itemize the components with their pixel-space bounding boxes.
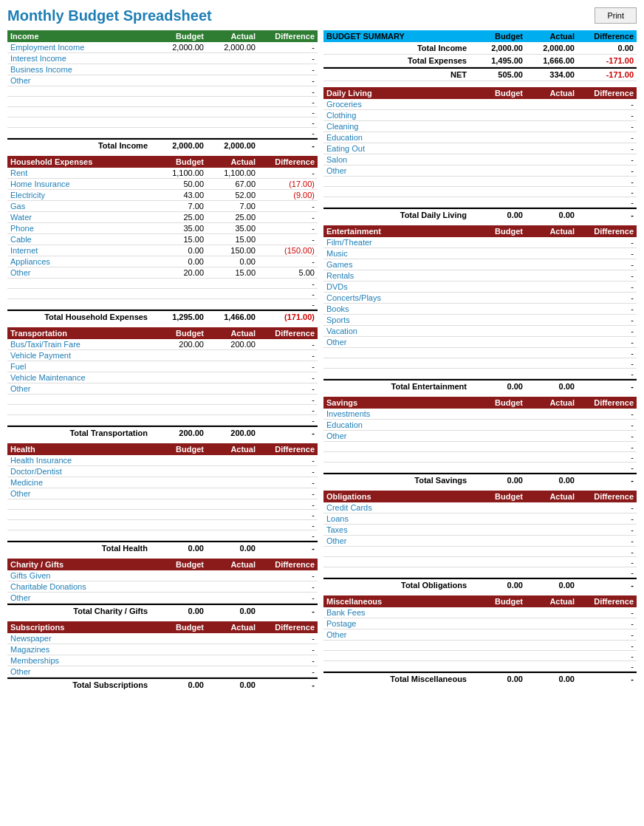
- household-row-internet: Internet 0.00 150.00 (150.00): [7, 245, 318, 256]
- health-empty-2: -: [7, 510, 318, 520]
- misc-total-row: Total Miscellaneous 0.00 0.00 -: [323, 672, 637, 685]
- ent-row-vacation: Vacation -: [323, 326, 637, 337]
- household-total-row: Total Household Expenses 1,295.00 1,466.…: [7, 310, 318, 323]
- left-column: Income Budget Actual Difference Employme…: [7, 30, 318, 695]
- transport-row-fuel: Fuel -: [7, 361, 318, 372]
- charity-row-donations: Charitable Donations -: [7, 581, 318, 593]
- daily-empty-2: -: [323, 187, 637, 197]
- health-section: Health Budget Actual Difference Health I…: [7, 443, 318, 554]
- income-total-row: Total Income 2,000.00 2,000.00 -: [7, 138, 318, 151]
- charity-total-row: Total Charity / Gifts 0.00 0.00 -: [7, 604, 318, 617]
- household-empty-2: -: [7, 289, 318, 299]
- sub-row-other: Other -: [7, 666, 318, 677]
- transport-row-maintenance: Vehicle Maintenance -: [7, 372, 318, 383]
- obligations-row-loans: Loans -: [323, 513, 637, 525]
- ent-row-other: Other -: [323, 337, 637, 348]
- transport-empty-1: -: [7, 395, 318, 405]
- income-empty-4: -: [7, 117, 318, 128]
- transport-empty-2: -: [7, 405, 318, 415]
- income-row-other: Other -: [7, 75, 318, 86]
- household-section: Household Expenses Budget Actual Differe…: [7, 156, 318, 323]
- transportation-section: Transportation Budget Actual Difference …: [7, 327, 318, 439]
- household-empty-1: -: [7, 279, 318, 289]
- ent-empty-3: -: [323, 369, 637, 379]
- income-header-difference: Difference: [256, 32, 315, 41]
- income-empty-3: -: [7, 107, 318, 117]
- household-header-label: Household Expenses: [10, 157, 152, 166]
- misc-empty-1: -: [323, 641, 637, 651]
- savings-empty-2: -: [323, 452, 637, 463]
- ent-row-music: Music -: [323, 248, 637, 259]
- transport-row-bus: Bus/Taxi/Train Fare 200.00 200.00 -: [7, 339, 318, 350]
- health-empty-3: -: [7, 520, 318, 530]
- health-row-other: Other -: [7, 488, 318, 499]
- obl-empty-2: -: [323, 557, 637, 567]
- household-empty-3: -: [7, 299, 318, 310]
- savings-empty-1: -: [323, 442, 637, 452]
- page-title: Monthly Budget Spreadsheet: [7, 7, 212, 24]
- household-row-rent: Rent 1,100.00 1,100.00 -: [7, 168, 318, 179]
- savings-row-education: Education -: [323, 420, 637, 431]
- household-row-appliances: Appliances 0.00 0.00 -: [7, 256, 318, 267]
- transport-row-other: Other -: [7, 383, 318, 395]
- daily-row-cleaning: Cleaning -: [323, 121, 637, 132]
- health-row-insurance: Health Insurance -: [7, 455, 318, 466]
- savings-row-investments: Investments -: [323, 409, 637, 420]
- ent-row-rentals: Rentals -: [323, 270, 637, 281]
- income-header-label: Income: [10, 32, 152, 41]
- household-row-home-insurance: Home Insurance 50.00 67.00 (17.00): [7, 179, 318, 190]
- obligations-row-credit: Credit Cards -: [323, 502, 637, 513]
- summary-net-row: NET 505.00 334.00 -171.00: [323, 67, 637, 81]
- obligations-row-taxes: Taxes -: [323, 525, 637, 536]
- obl-empty-1: -: [323, 547, 637, 557]
- ent-row-sports: Sports -: [323, 315, 637, 326]
- daily-row-other: Other -: [323, 165, 637, 177]
- household-row-other: Other 20.00 15.00 5.00: [7, 267, 318, 279]
- ent-empty-1: -: [323, 348, 637, 358]
- subscriptions-section: Subscriptions Budget Actual Difference N…: [7, 621, 318, 691]
- ent-row-books: Books -: [323, 304, 637, 315]
- household-row-cable: Cable 15.00 15.00 -: [7, 234, 318, 245]
- health-empty-4: -: [7, 530, 318, 541]
- summary-header-label: BUDGET SUMMARY: [326, 32, 471, 41]
- savings-total-row: Total Savings 0.00 0.00 -: [323, 473, 637, 486]
- ent-row-concerts: Concerts/Plays -: [323, 293, 637, 304]
- summary-total-income-row: Total Income 2,000.00 2,000.00 0.00: [323, 42, 637, 55]
- budget-summary-section: BUDGET SUMMARY Budget Actual Difference …: [323, 30, 637, 81]
- misc-empty-2: -: [323, 651, 637, 661]
- income-header-actual: Actual: [204, 32, 256, 41]
- income-row-interest: Interest Income -: [7, 53, 318, 64]
- daily-living-section: Daily Living Budget Actual Difference Gr…: [323, 87, 637, 221]
- ent-row-games: Games -: [323, 259, 637, 270]
- miscellaneous-section: Miscellaneous Budget Actual Difference B…: [323, 595, 637, 685]
- sub-row-magazines: Magazines -: [7, 644, 318, 655]
- daily-row-eating-out: Eating Out -: [323, 143, 637, 154]
- income-row-business: Business Income -: [7, 64, 318, 75]
- charity-section: Charity / Gifts Budget Actual Difference…: [7, 559, 318, 617]
- daily-row-salon: Salon -: [323, 154, 637, 165]
- transport-total-row: Total Transportation 200.00 200.00 -: [7, 426, 318, 439]
- household-row-phone: Phone 35.00 35.00 -: [7, 223, 318, 234]
- misc-empty-3: -: [323, 661, 637, 672]
- misc-row-postage: Postage -: [323, 618, 637, 629]
- health-row-medicine: Medicine -: [7, 477, 318, 488]
- savings-empty-3: -: [323, 463, 637, 473]
- household-row-water: Water 25.00 25.00 -: [7, 212, 318, 223]
- sub-row-newspaper: Newspaper -: [7, 633, 318, 644]
- entertainment-section: Entertainment Budget Actual Difference F…: [323, 225, 637, 392]
- daily-row-groceries: Groceries -: [323, 99, 637, 110]
- misc-row-other: Other -: [323, 629, 637, 641]
- print-button[interactable]: Print: [595, 7, 637, 24]
- sub-total-row: Total Subscriptions 0.00 0.00 -: [7, 677, 318, 691]
- transport-empty-3: -: [7, 415, 318, 426]
- household-row-gas: Gas 7.00 7.00 -: [7, 201, 318, 212]
- household-row-electricity: Electricity 43.00 52.00 (9.00): [7, 190, 318, 201]
- misc-row-bank: Bank Fees -: [323, 607, 637, 618]
- savings-section: Savings Budget Actual Difference Investm…: [323, 397, 637, 486]
- transport-row-vehicle-payment: Vehicle Payment -: [7, 350, 318, 361]
- daily-empty-1: -: [323, 177, 637, 187]
- obl-empty-3: -: [323, 567, 637, 578]
- health-row-doctor: Doctor/Dentist -: [7, 466, 318, 477]
- daily-total-row: Total Daily Living 0.00 0.00 -: [323, 208, 637, 221]
- health-empty-1: -: [7, 499, 318, 510]
